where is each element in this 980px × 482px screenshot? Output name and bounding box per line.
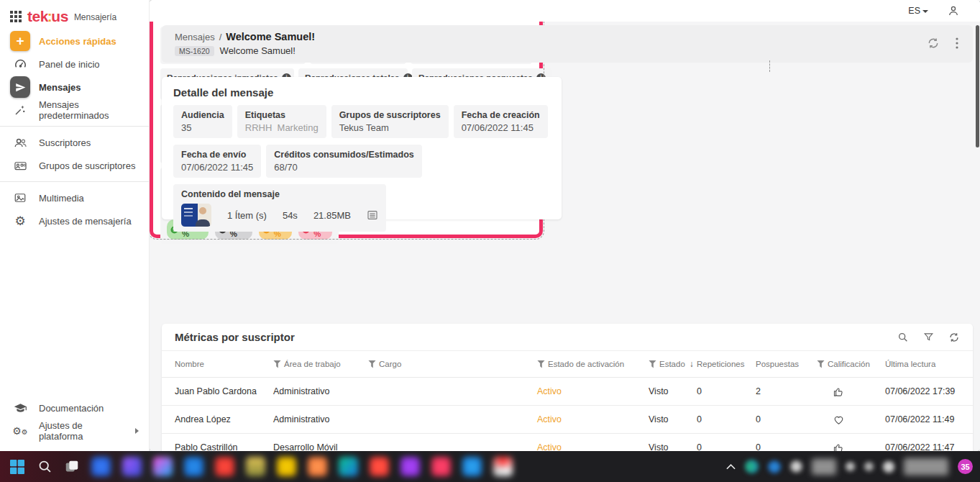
cell-name: Juan Pablo Cardona bbox=[175, 386, 273, 396]
thumb-up-icon bbox=[817, 442, 885, 452]
sidebar-item-panel-de-inicio[interactable]: Panel de inicio bbox=[0, 53, 149, 76]
tray-icon[interactable] bbox=[790, 460, 802, 473]
kebab-menu-icon[interactable] bbox=[956, 37, 958, 49]
sidebar-item-acciones-rapidas[interactable]: Acciones rápidas bbox=[0, 29, 149, 53]
cell-activation: Activo bbox=[537, 414, 649, 424]
column-estado[interactable]: Estado↓ bbox=[649, 359, 697, 369]
app-name: Mensajería bbox=[74, 10, 116, 22]
cell-repetitions: 0 bbox=[697, 442, 756, 451]
table-row[interactable]: Andrea López Administrativo Activo Visto… bbox=[162, 406, 973, 434]
sidebar-item-ajustes-de-plataforma[interactable]: ⚙⚙ Ajustes de plataforma bbox=[0, 419, 149, 442]
metrics-card: Métricas por suscriptor Nombre Área de t… bbox=[162, 324, 973, 451]
field-fecha-de-creacion: Fecha de creación 07/06/2022 11:45 bbox=[454, 105, 548, 138]
breadcrumb-parent[interactable]: Mensajes bbox=[175, 32, 215, 42]
sidebar-item-mensajes-predeterminados[interactable]: Mensajes predeterminados bbox=[0, 99, 149, 122]
taskbar-app-icon[interactable] bbox=[122, 457, 142, 476]
taskbar-app-icon[interactable] bbox=[339, 457, 358, 476]
thumb-up-icon bbox=[817, 386, 885, 398]
notification-count-badge[interactable]: 35 bbox=[958, 459, 973, 474]
refresh-icon[interactable] bbox=[927, 37, 940, 50]
clock-date-blurred[interactable] bbox=[904, 458, 948, 476]
column-area-de-trabajo[interactable]: Área de trabajo bbox=[273, 360, 368, 368]
column-nombre[interactable]: Nombre bbox=[175, 360, 273, 368]
sort-desc-icon[interactable]: ↓ bbox=[690, 359, 694, 369]
taskbar-app-icon[interactable] bbox=[431, 457, 451, 476]
magic-wand-icon bbox=[10, 100, 30, 120]
column-repeticiones[interactable]: Repeticiones bbox=[697, 360, 756, 368]
taskbar-app-icon[interactable] bbox=[308, 457, 327, 476]
metrics-title: Métricas por suscriptor bbox=[175, 331, 295, 343]
user-account-icon[interactable] bbox=[947, 4, 960, 17]
sidebar-item-ajustes-de-mensajeria[interactable]: ⚙ Ajustes de mensajería bbox=[0, 209, 149, 232]
gear-icon: ⚙ bbox=[10, 211, 30, 231]
filter-icon[interactable] bbox=[368, 360, 376, 368]
main-content: ES Mensajes / Welcome Samuel! MS-1620 We… bbox=[150, 0, 980, 451]
filter-icon[interactable] bbox=[273, 360, 281, 368]
taskbar-app-icon[interactable] bbox=[400, 457, 420, 476]
cell-last-read: 07/06/2022 11:47 bbox=[885, 442, 960, 451]
multimedia-icon bbox=[10, 188, 30, 208]
task-view-icon[interactable] bbox=[64, 459, 80, 475]
taskbar-app-icon[interactable] bbox=[91, 457, 111, 476]
start-button-icon[interactable] bbox=[9, 458, 26, 476]
dashboard-icon bbox=[10, 54, 30, 74]
filter-icon[interactable] bbox=[817, 360, 825, 368]
field-fecha-de-envio: Fecha de envío 07/06/2022 11:45 bbox=[173, 145, 261, 178]
tray-icon[interactable] bbox=[745, 460, 759, 473]
column-pospuestas[interactable]: Pospuestas bbox=[756, 360, 817, 368]
language-selector[interactable]: ES bbox=[908, 6, 928, 16]
taskbar-app-icon[interactable] bbox=[493, 457, 513, 476]
tray-chevron-up-icon[interactable] bbox=[726, 463, 736, 470]
breadcrumb-bar: Mensajes / Welcome Samuel! MS-1620 Welco… bbox=[162, 25, 973, 63]
sidebar-item-mensajes[interactable]: Mensajes bbox=[0, 76, 149, 99]
sidebar-divider bbox=[0, 126, 149, 127]
taskbar-app-icon[interactable] bbox=[462, 457, 482, 476]
tray-icon[interactable] bbox=[846, 462, 855, 471]
column-ultima-lectura[interactable]: Última lectura bbox=[885, 360, 960, 368]
taskbar-app-icon[interactable] bbox=[215, 457, 234, 476]
heart-icon bbox=[817, 414, 885, 426]
tray-icon[interactable] bbox=[768, 460, 781, 473]
table-row[interactable]: Juan Pablo Cardona Administrativo Activo… bbox=[162, 378, 973, 406]
sidebar-item-suscriptores[interactable]: Suscriptores bbox=[0, 131, 149, 154]
sidebar-header: tek:us Mensajería bbox=[0, 0, 149, 29]
cell-area: Administrativo bbox=[273, 386, 368, 396]
field-etiquetas: Etiquetas RRHH Marketing bbox=[237, 105, 326, 138]
refresh-icon[interactable] bbox=[948, 332, 960, 343]
taskbar-app-icon[interactable] bbox=[184, 457, 203, 476]
column-estado-de-activacion[interactable]: Estado de activación bbox=[537, 360, 649, 368]
taskbar-app-icon[interactable] bbox=[370, 457, 389, 476]
content-size: 21.85MB bbox=[313, 210, 351, 221]
annotation-dashed-line bbox=[769, 60, 770, 72]
filter-icon[interactable] bbox=[923, 332, 934, 342]
sidebar-divider bbox=[0, 181, 149, 182]
sidebar-item-documentacion[interactable]: Documentación bbox=[0, 396, 149, 419]
table-row[interactable]: Pablo Castrillón Desarrollo Móvil Activo… bbox=[162, 434, 973, 451]
page-scrollbar[interactable] bbox=[976, 25, 979, 147]
tray-icon[interactable] bbox=[864, 462, 874, 471]
graduation-cap-icon bbox=[10, 398, 30, 418]
people-icon bbox=[10, 132, 30, 153]
content-items-count: 1 Ítem (s) bbox=[227, 210, 267, 221]
column-calificacion[interactable]: Calificación bbox=[817, 360, 885, 368]
message-id-badge: MS-1620 bbox=[175, 46, 214, 56]
plus-icon bbox=[10, 31, 30, 51]
column-cargo[interactable]: Cargo bbox=[368, 360, 537, 368]
taskbar-app-icon[interactable] bbox=[246, 457, 265, 476]
filter-icon[interactable] bbox=[649, 360, 656, 368]
tray-icon[interactable] bbox=[883, 461, 894, 473]
taskbar-app-icon[interactable] bbox=[277, 457, 296, 476]
filter-icon[interactable] bbox=[537, 360, 545, 368]
sidebar-item-grupos-de-suscriptores[interactable]: Grupos de suscriptores bbox=[0, 154, 149, 177]
taskbar-app-icon[interactable] bbox=[153, 457, 173, 476]
content-list-icon[interactable] bbox=[367, 209, 378, 221]
cell-status: Visto bbox=[649, 414, 697, 424]
tekus-logo: tek:us bbox=[27, 9, 68, 24]
search-icon[interactable] bbox=[897, 332, 909, 343]
message-thumbnail[interactable] bbox=[181, 204, 211, 227]
cell-area: Desarrollo Móvil bbox=[273, 442, 368, 451]
waffle-menu-icon[interactable] bbox=[10, 11, 22, 22]
message-subtitle: Welcome Samuel! bbox=[220, 45, 296, 56]
sidebar-item-multimedia[interactable]: Multimedia bbox=[0, 186, 149, 209]
taskbar-search-icon[interactable] bbox=[37, 459, 52, 474]
